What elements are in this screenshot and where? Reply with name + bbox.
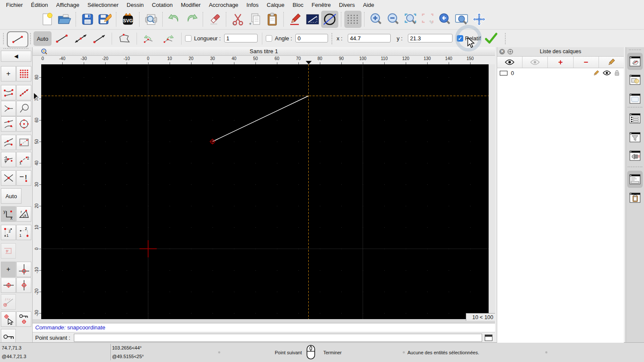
toolbar-handle[interactable]: [30, 33, 32, 44]
snap-intersection-auto-button[interactable]: [1, 101, 16, 116]
line-both-directions-button[interactable]: [72, 31, 89, 46]
zoom-auto-button[interactable]: [402, 11, 419, 28]
layer-lock-icon[interactable]: [614, 70, 620, 76]
lock-relative-zero-button[interactable]: [16, 311, 31, 327]
pen-button[interactable]: [287, 11, 304, 28]
grid-toggle-button[interactable]: [344, 11, 361, 28]
zoom-back-button[interactable]: [436, 11, 453, 28]
save-as-button[interactable]: [96, 11, 113, 28]
toolbar-handle[interactable]: [331, 33, 334, 44]
menu-item[interactable]: Dessin: [127, 2, 144, 8]
snap-middle-button[interactable]: [1, 116, 16, 132]
menu-item[interactable]: Bloc: [292, 2, 303, 8]
dock-layer-list-button[interactable]: [627, 53, 643, 70]
menu-item[interactable]: Accrochage: [209, 2, 238, 8]
save-button[interactable]: [79, 11, 96, 28]
dock-filter-button[interactable]: [627, 129, 643, 146]
angle-checkbox[interactable]: [266, 35, 272, 42]
dock-library-browser-button[interactable]: [627, 90, 643, 107]
panel-close-button[interactable]: ✕: [499, 49, 505, 54]
copy-button[interactable]: +: [246, 11, 264, 28]
dock-entity-list-button[interactable]: [627, 110, 643, 127]
toolbar-handle[interactable]: [3, 48, 28, 50]
coordinate-polar-button[interactable]: ra: [16, 206, 31, 222]
isometric-circle-button[interactable]: [321, 11, 338, 28]
edit-layer-button[interactable]: [599, 57, 624, 68]
dock-block-list-button[interactable]: [627, 71, 643, 88]
remove-layer-button[interactable]: −: [574, 57, 599, 68]
layer-color-swatch[interactable]: [500, 71, 507, 75]
dock-clipboard-button[interactable]: [627, 189, 643, 206]
menu-item[interactable]: Aide: [363, 2, 374, 8]
menu-item[interactable]: Modifier: [181, 2, 200, 8]
restrict-nothing-button[interactable]: !: [16, 170, 31, 186]
delete-button[interactable]: [206, 11, 223, 28]
new-document-button[interactable]: [39, 11, 56, 28]
command-input[interactable]: [74, 334, 482, 342]
length-input[interactable]: [224, 34, 258, 42]
undo-button[interactable]: [166, 11, 183, 28]
toolbar-handle[interactable]: [3, 33, 5, 44]
restrict-horizontal-button[interactable]: [1, 278, 16, 293]
layer-row[interactable]: 0: [497, 68, 624, 78]
redo-button[interactable]: [183, 11, 200, 28]
menu-item[interactable]: Cotation: [152, 2, 173, 8]
undo-segment-button[interactable]: [140, 31, 158, 46]
line-auto-mode-button[interactable]: Auto: [33, 31, 52, 46]
toolbar-handle[interactable]: [629, 49, 641, 50]
export-svg-button[interactable]: SVG: [119, 11, 137, 28]
toolbar-handle[interactable]: [505, 33, 507, 44]
set-relative-zero-button[interactable]: [1, 311, 16, 327]
menu-item[interactable]: Édition: [31, 2, 48, 8]
cut-button[interactable]: +: [229, 11, 246, 28]
x-input[interactable]: [348, 34, 391, 42]
snap-center-button[interactable]: [16, 116, 31, 132]
menu-item[interactable]: Infos: [246, 2, 258, 8]
restrict-vertical-button[interactable]: [16, 278, 31, 293]
open-file-button[interactable]: [56, 11, 73, 28]
relative-point-2-button[interactable]: 12: [16, 225, 31, 240]
layer-edit-icon[interactable]: [593, 70, 599, 76]
snap-auto-button[interactable]: Auto: [1, 188, 21, 204]
drawing-canvas[interactable]: [41, 64, 489, 319]
snap-on-entity-button[interactable]: [16, 85, 31, 100]
restrict-free-button[interactable]: +: [1, 262, 16, 277]
line-two-points-button[interactable]: [53, 31, 70, 46]
snap-middle-manual-button[interactable]: [1, 243, 16, 259]
menu-item[interactable]: Calque: [267, 2, 284, 8]
polygon-button[interactable]: [115, 31, 134, 46]
ortho-rect-button[interactable]: [304, 11, 321, 28]
angle-input[interactable]: [295, 34, 328, 42]
zoom-previous-button[interactable]: [419, 11, 436, 28]
panel-float-button[interactable]: [507, 49, 513, 54]
hide-all-layers-button[interactable]: [522, 57, 548, 68]
snap-intersection-button[interactable]: [1, 152, 16, 167]
snap-nearest-button[interactable]: [1, 135, 16, 150]
snap-cross-button[interactable]: [1, 170, 16, 186]
zoom-in-button[interactable]: [368, 11, 385, 28]
apply-coordinates-button[interactable]: [484, 32, 498, 44]
menu-item[interactable]: Fenêtre: [312, 2, 331, 8]
document-titlebar[interactable]: Sans titre 1: [33, 47, 495, 56]
print-preview-button[interactable]: [143, 11, 160, 28]
menu-item[interactable]: Fichier: [6, 2, 23, 8]
snap-free-button[interactable]: +: [1, 66, 16, 81]
paste-button[interactable]: [264, 11, 281, 28]
current-tool-line-button[interactable]: [7, 31, 28, 48]
relative-point-1-button[interactable]: 12: [1, 225, 16, 240]
redo-segment-button[interactable]: [160, 31, 178, 46]
snap-grid-button[interactable]: [16, 66, 31, 81]
add-layer-button[interactable]: +: [548, 57, 573, 68]
y-input[interactable]: [408, 34, 453, 42]
snap-angle-button[interactable]: [1, 294, 16, 310]
layer-visibility-icon[interactable]: [603, 70, 611, 75]
show-all-layers-button[interactable]: [497, 57, 522, 68]
menu-item[interactable]: Sélectionner: [88, 2, 118, 8]
coordinate-cartesian-button[interactable]: yx: [1, 206, 16, 222]
ray-button[interactable]: [91, 31, 108, 46]
dock-announce-button[interactable]: [627, 147, 643, 164]
restrict-orthogonal-button[interactable]: [16, 262, 31, 277]
zoom-out-button[interactable]: [385, 11, 402, 28]
command-window-toggle-button[interactable]: [485, 335, 492, 341]
snap-intersection-manual-button[interactable]: 12: [16, 152, 31, 167]
